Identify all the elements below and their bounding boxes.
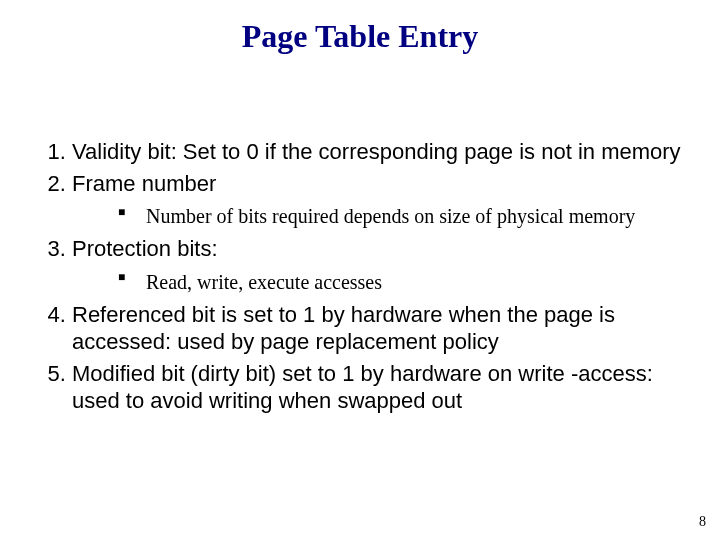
sub-list: Read, write, execute accesses — [72, 269, 698, 295]
list-item: Frame number Number of bits required dep… — [72, 170, 698, 230]
list-item-text: Referenced bit is set to 1 by hardware w… — [72, 302, 615, 355]
page-title: Page Table Entry — [0, 0, 720, 55]
sub-list-item: Number of bits required depends on size … — [118, 203, 698, 229]
list-item: Modified bit (dirty bit) set to 1 by har… — [72, 360, 698, 415]
list-item-text: Modified bit (dirty bit) set to 1 by har… — [72, 361, 653, 414]
list-item: Referenced bit is set to 1 by hardware w… — [72, 301, 698, 356]
sub-list-item: Read, write, execute accesses — [118, 269, 698, 295]
list-item-text: Protection bits: — [72, 236, 218, 261]
sub-list-item-text: Read, write, execute accesses — [146, 271, 382, 293]
list-item-text: Frame number — [72, 171, 216, 196]
slide: Page Table Entry Validity bit: Set to 0 … — [0, 0, 720, 540]
list-item: Protection bits: Read, write, execute ac… — [72, 235, 698, 295]
numbered-list: Validity bit: Set to 0 if the correspond… — [28, 138, 698, 415]
page-number: 8 — [699, 514, 706, 530]
sub-list: Number of bits required depends on size … — [72, 203, 698, 229]
content-area: Validity bit: Set to 0 if the correspond… — [28, 138, 698, 419]
list-item: Validity bit: Set to 0 if the correspond… — [72, 138, 698, 166]
list-item-text: Validity bit: Set to 0 if the correspond… — [72, 139, 681, 164]
sub-list-item-text: Number of bits required depends on size … — [146, 205, 635, 227]
